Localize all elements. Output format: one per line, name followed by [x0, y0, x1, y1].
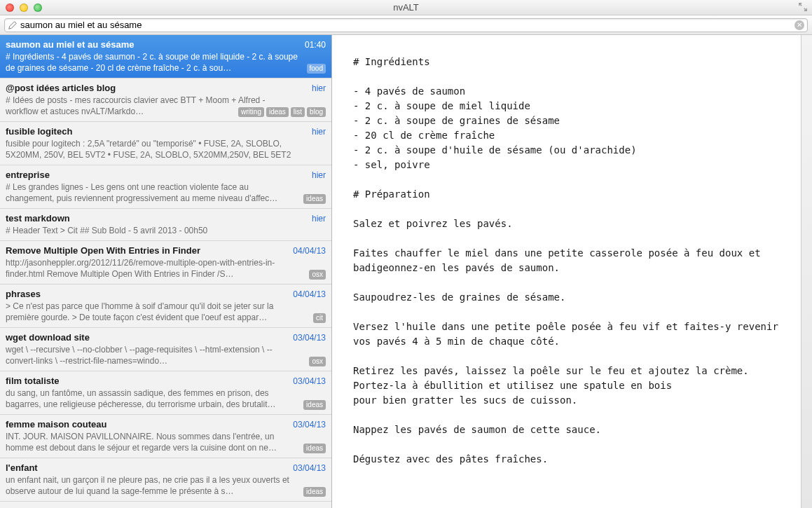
note-preview: # Ingrédients - 4 pavés de saumon - 2 c.… [6, 51, 326, 74]
note-list[interactable]: saumon au miel et au sésame01:40# Ingréd… [0, 35, 332, 508]
note-tags: osx [309, 270, 326, 280]
note-tags: ideas [303, 444, 326, 453]
note-date: hier [312, 170, 326, 180]
note-item[interactable]: entreprisehier# Les grandes lignes - Les… [0, 165, 331, 209]
note-preview: # Les grandes lignes - Les gens ont une … [6, 181, 326, 204]
main-area: saumon au miel et au sésame01:40# Ingréd… [0, 35, 812, 508]
note-preview: > Ce n'est pas parce que l'homme à soif … [6, 301, 326, 323]
search-input[interactable] [20, 20, 794, 30]
tag[interactable]: writing [238, 107, 264, 117]
note-date: 03/04/13 [293, 463, 326, 473]
searchbar: ✕ [0, 15, 812, 35]
note-item[interactable]: test markdownhier# Header Text > Cit ## … [0, 209, 331, 241]
note-tags: writingideaslistblog [238, 107, 326, 117]
fullscreen-icon[interactable] [798, 2, 808, 12]
note-date: 03/04/13 [293, 333, 326, 343]
note-preview: fusible pour logitech : 2,5A "retardé" o… [6, 138, 326, 160]
note-editor[interactable]: # Ingrédients - 4 pavés de saumon - 2 c.… [332, 35, 801, 508]
note-date: hier [312, 127, 326, 137]
note-date: 03/04/13 [293, 376, 326, 386]
note-item[interactable]: l'enfant03/04/13un enfant nait, un garço… [0, 458, 331, 502]
note-item[interactable]: phrases04/04/13> Ce n'est pas parce que … [0, 284, 331, 328]
pencil-icon [8, 20, 18, 30]
tag[interactable]: blog [307, 107, 326, 117]
note-preview: # Header Text > Cit ## Sub Bold - 5 avri… [6, 225, 326, 236]
note-item[interactable]: liste commandes terminal03/04/13alias Cr… [0, 502, 331, 508]
traffic-lights [0, 4, 42, 12]
note-title: l'enfant [6, 462, 38, 473]
note-tags: cit [313, 313, 326, 323]
note-tags: ideas [303, 194, 326, 204]
note-tags: ideas [303, 400, 326, 410]
window-title: nvALT [0, 2, 812, 13]
note-item[interactable]: film totaliste03/04/13du sang, un fantôm… [0, 371, 331, 415]
note-item[interactable]: fusible logitechhierfusible pour logitec… [0, 122, 331, 165]
note-date: hier [312, 214, 326, 224]
note-title: @post idées articles blog [6, 83, 116, 93]
note-title: film totaliste [6, 376, 60, 386]
note-date: 01:40 [305, 40, 326, 50]
search-input-wrap[interactable]: ✕ [4, 18, 808, 32]
note-date: 04/04/13 [293, 289, 326, 299]
scrollbar[interactable] [801, 35, 812, 508]
tag[interactable]: food [307, 64, 326, 74]
note-title: test markdown [6, 213, 70, 224]
tag[interactable]: ideas [303, 444, 326, 453]
note-item[interactable]: @post idées articles bloghier# Idées de … [0, 78, 331, 122]
note-item[interactable]: Remove Multiple Open With Entries in Fin… [0, 241, 331, 284]
note-item[interactable]: saumon au miel et au sésame01:40# Ingréd… [0, 35, 331, 78]
note-title: saumon au miel et au sésame [6, 39, 135, 50]
tag[interactable]: list [291, 107, 305, 117]
note-date: 03/04/13 [293, 420, 326, 430]
note-preview: un enfant nait, un garçon il ne pleure p… [6, 474, 326, 497]
note-title: Remove Multiple Open With Entries in Fin… [6, 245, 200, 256]
note-preview: du sang, un fantôme, un assassin sadique… [6, 387, 326, 410]
note-title: fusible logitech [6, 126, 72, 137]
note-item[interactable]: wget download site03/04/13wget \ --recur… [0, 328, 331, 371]
note-tags: ideas [303, 487, 326, 497]
note-preview: http://jasonheppler.org/2012/11/26/remov… [6, 257, 326, 280]
note-tags: osx [309, 357, 326, 366]
note-title: phrases [6, 289, 41, 299]
tag[interactable]: ideas [266, 107, 289, 117]
note-tags: food [307, 64, 326, 74]
minimize-window-button[interactable] [20, 4, 28, 12]
close-window-button[interactable] [6, 4, 14, 12]
note-title: wget download site [6, 332, 90, 343]
tag[interactable]: osx [309, 357, 326, 366]
note-preview: INT. JOUR. MAISON PAVILLONNAIRE. Nous so… [6, 431, 326, 453]
note-title: femme maison couteau [6, 419, 107, 430]
tag[interactable]: ideas [303, 487, 326, 497]
clear-search-icon[interactable]: ✕ [794, 20, 804, 30]
tag[interactable]: ideas [303, 400, 326, 410]
zoom-window-button[interactable] [34, 4, 42, 12]
note-preview: wget \ --recursive \ --no-clobber \ --pa… [6, 344, 326, 366]
note-title: entreprise [6, 170, 50, 180]
tag[interactable]: cit [313, 313, 326, 323]
note-date: hier [312, 83, 326, 93]
tag[interactable]: ideas [303, 194, 326, 204]
titlebar: nvALT [0, 0, 812, 15]
tag[interactable]: osx [309, 270, 326, 280]
note-date: 04/04/13 [293, 246, 326, 256]
note-item[interactable]: femme maison couteau03/04/13INT. JOUR. M… [0, 415, 331, 458]
